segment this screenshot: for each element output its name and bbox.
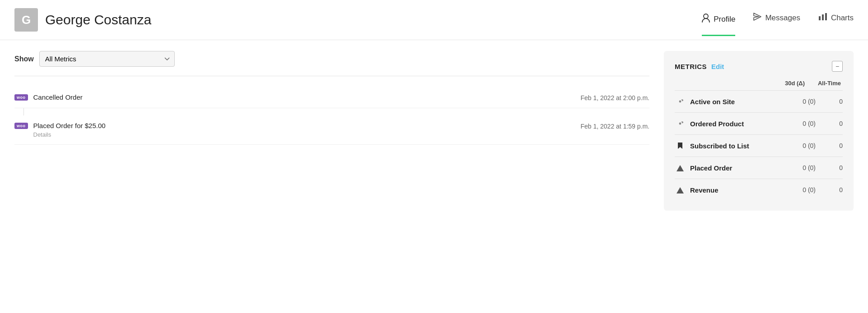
metrics-title-group: METRICS Edit bbox=[675, 63, 724, 70]
metrics-column-headers: 30d (Δ) All-Time bbox=[675, 80, 843, 87]
metric-name-subscribed-to-list: Subscribed to List bbox=[690, 142, 779, 150]
metric-alltime-placed-order: 0 bbox=[816, 164, 843, 171]
woo-badge-placed: woo bbox=[14, 123, 28, 129]
metrics-row-revenue: Revenue 0 (0) 0 bbox=[675, 179, 843, 201]
gear-icon-ordered bbox=[675, 118, 686, 129]
svg-rect-2 bbox=[822, 14, 824, 20]
cancelled-order-title: Cancelled Order bbox=[33, 93, 83, 101]
col-header-alltime: All-Time bbox=[805, 80, 841, 87]
metric-alltime-revenue: 0 bbox=[816, 186, 843, 193]
metrics-filter-dropdown[interactable]: All Metrics WooCommerce Email Custom bbox=[39, 51, 175, 67]
metrics-title: METRICS bbox=[675, 63, 707, 70]
metric-30d-revenue: 0 (0) bbox=[779, 186, 816, 193]
paper-plane-icon bbox=[753, 13, 761, 23]
activity-connector bbox=[23, 108, 24, 115]
metrics-row-placed-order: Placed Order 0 (0) 0 bbox=[675, 156, 843, 179]
gear-icon-active bbox=[675, 96, 686, 107]
nav-profile-label: Profile bbox=[714, 15, 735, 24]
chart-icon-placed-order bbox=[675, 162, 686, 173]
col-header-30d: 30d (Δ) bbox=[769, 80, 805, 87]
metrics-edit-button[interactable]: Edit bbox=[711, 63, 724, 70]
bookmark-icon-subscribed bbox=[675, 140, 686, 151]
metrics-header: METRICS Edit − bbox=[675, 61, 843, 72]
placed-order-time: Feb 1, 2022 at 1:59 p.m. bbox=[580, 123, 649, 130]
cancelled-order-time: Feb 1, 2022 at 2:00 p.m. bbox=[580, 94, 649, 101]
activity-item-placed-order: woo Placed Order for $25.00 Details Feb … bbox=[14, 115, 649, 145]
metrics-row-ordered-product: Ordered Product 0 (0) 0 bbox=[675, 112, 843, 134]
header-nav: Profile Messages Charts bbox=[702, 13, 854, 27]
woo-badge-cancelled: woo bbox=[14, 94, 28, 101]
filter-row: Show All Metrics WooCommerce Email Custo… bbox=[14, 51, 649, 67]
activity-list: woo Cancelled Order Feb 1, 2022 at 2:00 … bbox=[14, 87, 649, 145]
metric-name-ordered-product: Ordered Product bbox=[690, 120, 779, 128]
metric-alltime-active-on-site: 0 bbox=[816, 98, 843, 105]
svg-rect-3 bbox=[825, 13, 827, 20]
metric-alltime-ordered-product: 0 bbox=[816, 120, 843, 127]
svg-point-0 bbox=[704, 14, 708, 18]
nav-charts-label: Charts bbox=[831, 14, 854, 23]
svg-marker-4 bbox=[677, 165, 684, 171]
left-panel: Show All Metrics WooCommerce Email Custo… bbox=[14, 51, 649, 145]
nav-item-messages[interactable]: Messages bbox=[753, 13, 800, 27]
divider bbox=[14, 76, 649, 76]
metrics-row-active-on-site: Active on Site 0 (0) 0 bbox=[675, 90, 843, 112]
main-content: Show All Metrics WooCommerce Email Custo… bbox=[0, 40, 868, 221]
metric-name-revenue: Revenue bbox=[690, 186, 779, 194]
person-icon bbox=[702, 14, 710, 25]
nav-item-profile[interactable]: Profile bbox=[702, 14, 735, 36]
nav-item-charts[interactable]: Charts bbox=[818, 13, 854, 27]
svg-marker-5 bbox=[677, 187, 684, 193]
activity-content-placed: Placed Order for $25.00 Details bbox=[33, 122, 575, 138]
activity-item-cancelled-order: woo Cancelled Order Feb 1, 2022 at 2:00 … bbox=[14, 87, 649, 108]
svg-rect-1 bbox=[819, 16, 821, 20]
header: G George Costanza Profile Messages bbox=[0, 0, 868, 40]
person-name: George Costanza bbox=[45, 12, 151, 28]
metric-name-placed-order: Placed Order bbox=[690, 164, 779, 172]
avatar: G bbox=[14, 8, 38, 32]
activity-content-cancelled: Cancelled Order bbox=[33, 93, 575, 101]
bar-chart-icon bbox=[818, 13, 827, 23]
metric-name-active-on-site: Active on Site bbox=[690, 98, 779, 106]
metric-30d-active-on-site: 0 (0) bbox=[779, 98, 816, 105]
metric-30d-subscribed-to-list: 0 (0) bbox=[779, 142, 816, 149]
chart-icon-revenue bbox=[675, 184, 686, 195]
nav-messages-label: Messages bbox=[765, 14, 800, 23]
placed-order-details[interactable]: Details bbox=[33, 131, 575, 138]
metrics-row-subscribed-to-list: Subscribed to List 0 (0) 0 bbox=[675, 134, 843, 156]
metrics-collapse-button[interactable]: − bbox=[832, 61, 843, 72]
metric-alltime-subscribed-to-list: 0 bbox=[816, 142, 843, 149]
placed-order-title: Placed Order for $25.00 bbox=[33, 122, 575, 129]
show-label: Show bbox=[14, 55, 34, 63]
metric-30d-ordered-product: 0 (0) bbox=[779, 120, 816, 127]
metric-30d-placed-order: 0 (0) bbox=[779, 164, 816, 171]
metrics-panel: METRICS Edit − 30d (Δ) All-Time Active o… bbox=[664, 51, 854, 211]
